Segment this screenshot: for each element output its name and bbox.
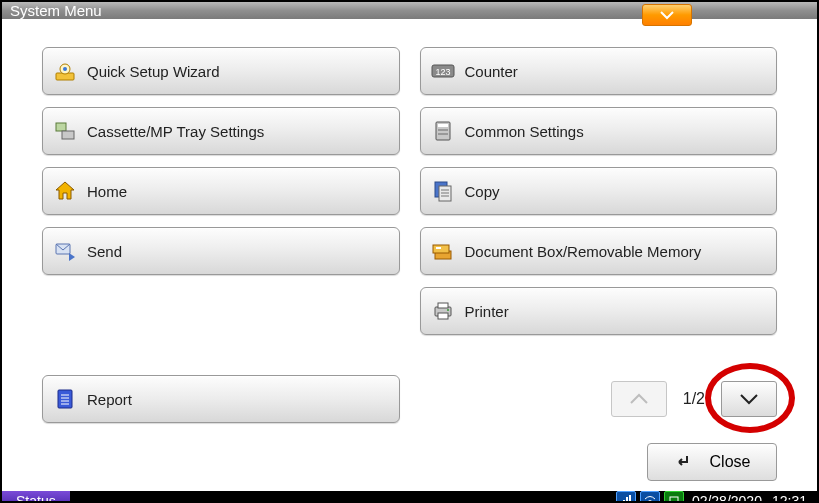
counter-icon: 123 bbox=[431, 59, 455, 83]
title-bar: System Menu bbox=[2, 2, 817, 19]
svg-rect-19 bbox=[436, 247, 441, 249]
page-up-button bbox=[611, 381, 667, 417]
page-indicator: 1/2 bbox=[683, 390, 705, 408]
menu-document-box[interactable]: Document Box/Removable Memory bbox=[420, 227, 778, 275]
status-date: 02/28/2020 bbox=[692, 493, 762, 503]
svg-rect-10 bbox=[438, 133, 448, 135]
page-down-button[interactable] bbox=[721, 381, 777, 417]
report-icon bbox=[53, 387, 77, 411]
status-time: 12:31 bbox=[772, 493, 807, 503]
menu-label: Counter bbox=[465, 63, 518, 80]
menu-printer[interactable]: Printer bbox=[420, 287, 778, 335]
tray-icon bbox=[53, 119, 77, 143]
home-icon bbox=[53, 179, 77, 203]
svg-rect-9 bbox=[438, 129, 448, 131]
menu-label: Cassette/MP Tray Settings bbox=[87, 123, 264, 140]
close-button[interactable]: Close bbox=[647, 443, 777, 481]
menu-content: Quick Setup Wizard 123 Counter Casse bbox=[2, 19, 817, 491]
menu-label: Document Box/Removable Memory bbox=[465, 243, 702, 260]
svg-rect-8 bbox=[438, 124, 448, 127]
menu-copy[interactable]: Copy bbox=[420, 167, 778, 215]
chevron-up-icon bbox=[628, 392, 650, 406]
svg-rect-5 bbox=[56, 123, 66, 131]
fax-icon bbox=[664, 491, 684, 503]
svg-rect-21 bbox=[438, 303, 448, 308]
menu-quick-setup-wizard[interactable]: Quick Setup Wizard bbox=[42, 47, 400, 95]
menu-label: Home bbox=[87, 183, 127, 200]
menu-label: Common Settings bbox=[465, 123, 584, 140]
device-icon bbox=[431, 119, 455, 143]
menu-label: Printer bbox=[465, 303, 509, 320]
send-icon bbox=[53, 239, 77, 263]
svg-text:123: 123 bbox=[435, 67, 450, 77]
return-icon bbox=[674, 453, 692, 471]
wizard-icon bbox=[53, 59, 77, 83]
menu-cassette-mp-tray[interactable]: Cassette/MP Tray Settings bbox=[42, 107, 400, 155]
svg-point-2 bbox=[63, 67, 67, 71]
menu-label: Report bbox=[87, 391, 132, 408]
signal-icon bbox=[616, 491, 636, 503]
svg-rect-6 bbox=[62, 131, 74, 139]
status-icons bbox=[616, 491, 684, 503]
svg-rect-24 bbox=[58, 390, 72, 408]
status-bar: Status 02/28/2020 12:31 bbox=[2, 491, 817, 503]
printer-icon bbox=[431, 299, 455, 323]
chevron-down-icon bbox=[738, 392, 760, 406]
menu-report[interactable]: Report bbox=[42, 375, 400, 423]
menu-counter[interactable]: 123 Counter bbox=[420, 47, 778, 95]
status-label[interactable]: Status bbox=[2, 491, 70, 503]
close-label: Close bbox=[710, 453, 751, 471]
svg-rect-30 bbox=[670, 497, 678, 503]
menu-home[interactable]: Home bbox=[42, 167, 400, 215]
document-box-icon bbox=[431, 239, 455, 263]
menu-send[interactable]: Send bbox=[42, 227, 400, 275]
svg-rect-22 bbox=[438, 313, 448, 319]
copy-icon bbox=[431, 179, 455, 203]
menu-label: Send bbox=[87, 243, 122, 260]
wifi-icon bbox=[640, 491, 660, 503]
window-title: System Menu bbox=[10, 2, 102, 19]
menu-label: Quick Setup Wizard bbox=[87, 63, 220, 80]
menu-common-settings[interactable]: Common Settings bbox=[420, 107, 778, 155]
menu-label: Copy bbox=[465, 183, 500, 200]
svg-point-23 bbox=[447, 309, 449, 311]
